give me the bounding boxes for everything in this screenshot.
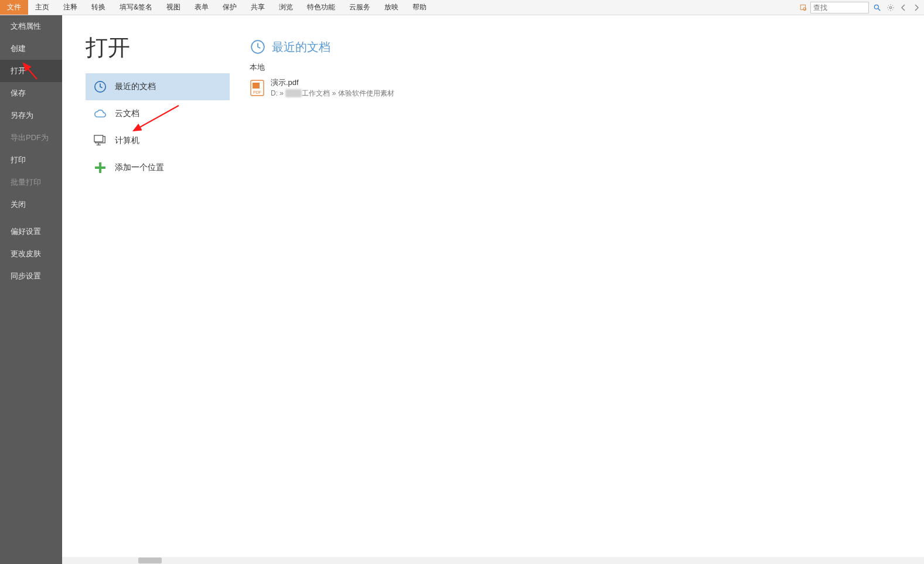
- computer-icon: [94, 134, 107, 147]
- location-clock[interactable]: 最近的文档: [86, 73, 230, 100]
- search-input[interactable]: [810, 2, 869, 13]
- clock-icon: [250, 39, 266, 55]
- svg-text:PDF: PDF: [253, 90, 261, 94]
- open-locations-panel: 打开 最近的文档云文档计算机添加一个位置: [62, 15, 230, 564]
- section-header: 最近的文档: [250, 39, 924, 55]
- location-label: 云文档: [115, 108, 139, 119]
- svg-rect-7: [94, 135, 103, 142]
- recent-file-0[interactable]: PDF演示.pdfD: » xx工作文档 » 体验软件使用素材: [250, 75, 924, 101]
- nav-forward-icon[interactable]: [911, 2, 922, 13]
- menu-tab-9[interactable]: 浏览: [272, 0, 300, 15]
- location-label: 最近的文档: [115, 81, 156, 92]
- menubar: 文件主页注释转换填写&签名视图表单保护共享浏览特色功能云服务放映帮助: [0, 0, 924, 15]
- clock-icon: [94, 80, 107, 93]
- plus-icon: [94, 161, 107, 174]
- recent-documents-panel: 最近的文档 本地 PDF演示.pdfD: » xx工作文档 » 体验软件使用素材: [230, 15, 924, 564]
- file-name: 演示.pdf: [271, 77, 394, 88]
- sidebar-item-4[interactable]: 另存为: [0, 104, 62, 127]
- sidebar-item-0[interactable]: 文档属性: [0, 15, 62, 38]
- file-list: PDF演示.pdfD: » xx工作文档 » 体验软件使用素材: [250, 75, 924, 101]
- menubar-spacer: [434, 0, 799, 15]
- search-wrap: [799, 0, 924, 15]
- sidebar-item-5: 导出PDF为: [0, 127, 62, 149]
- file-sidebar: 文档属性创建打开保存另存为导出PDF为打印批量打印关闭偏好设置更改皮肤同步设置: [0, 15, 62, 564]
- menu-tab-13[interactable]: 帮助: [405, 0, 434, 15]
- page-title: 打开: [86, 33, 230, 63]
- svg-line-3: [878, 8, 881, 11]
- menu-tab-1[interactable]: 主页: [28, 0, 56, 15]
- sidebar-item-6[interactable]: 打印: [0, 149, 62, 171]
- search-hint-icon: [799, 3, 808, 12]
- menu-tab-6[interactable]: 表单: [187, 0, 216, 15]
- location-cloud[interactable]: 云文档: [86, 100, 230, 127]
- file-path: D: » xx工作文档 » 体验软件使用素材: [271, 89, 394, 98]
- menu-tab-4[interactable]: 填写&签名: [112, 0, 159, 15]
- sidebar-item-10[interactable]: 更改皮肤: [0, 243, 62, 265]
- menu-tab-3[interactable]: 转换: [84, 0, 112, 15]
- pdf-file-icon: PDF: [250, 79, 265, 97]
- location-label: 计算机: [115, 135, 139, 146]
- section-title: 最近的文档: [272, 39, 330, 55]
- cloud-icon: [94, 107, 107, 120]
- svg-rect-0: [800, 5, 805, 9]
- scrollbar-thumb[interactable]: [138, 558, 162, 563]
- svg-point-4: [889, 6, 892, 9]
- search-button[interactable]: [871, 2, 883, 13]
- sidebar-item-11[interactable]: 同步设置: [0, 265, 62, 287]
- horizontal-scrollbar[interactable]: [62, 557, 924, 564]
- sidebar-item-2[interactable]: 打开: [0, 60, 62, 82]
- nav-back-icon[interactable]: [898, 2, 909, 13]
- location-list: 最近的文档云文档计算机添加一个位置: [86, 73, 230, 181]
- sidebar-item-9[interactable]: 偏好设置: [0, 220, 62, 243]
- menu-tab-10[interactable]: 特色功能: [300, 0, 342, 15]
- svg-point-2: [874, 5, 878, 9]
- svg-rect-14: [253, 83, 260, 89]
- menu-tab-12[interactable]: 放映: [377, 0, 405, 15]
- sidebar-item-8[interactable]: 关闭: [0, 193, 62, 216]
- menu-tab-8[interactable]: 共享: [244, 0, 272, 15]
- location-plus[interactable]: 添加一个位置: [86, 154, 230, 181]
- menu-tab-5[interactable]: 视图: [159, 0, 187, 15]
- svg-rect-11: [95, 167, 105, 169]
- sidebar-item-3[interactable]: 保存: [0, 82, 62, 104]
- menu-tab-7[interactable]: 保护: [216, 0, 244, 15]
- location-label: 添加一个位置: [115, 162, 164, 173]
- menu-tab-2[interactable]: 注释: [56, 0, 84, 15]
- local-label: 本地: [250, 62, 924, 73]
- menu-tab-0[interactable]: 文件: [0, 0, 28, 15]
- settings-icon[interactable]: [885, 2, 896, 13]
- sidebar-item-1[interactable]: 创建: [0, 38, 62, 60]
- location-computer[interactable]: 计算机: [86, 127, 230, 154]
- menu-tab-11[interactable]: 云服务: [342, 0, 377, 15]
- sidebar-item-7: 批量打印: [0, 171, 62, 193]
